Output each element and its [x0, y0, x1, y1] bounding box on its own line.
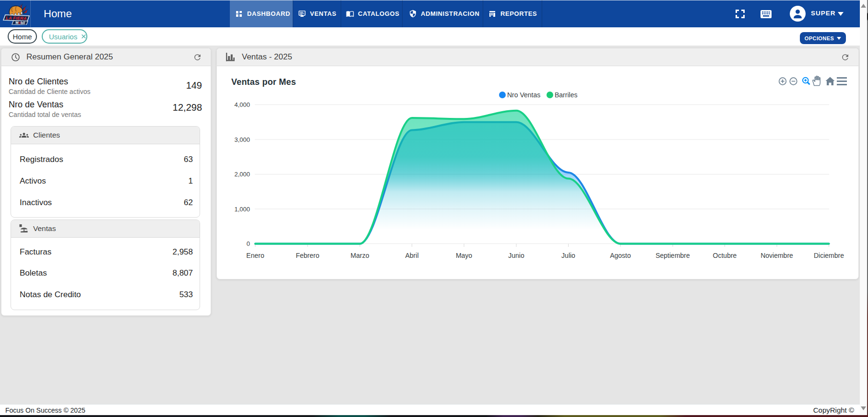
svg-text:4,000: 4,000 [234, 101, 250, 108]
svg-text:Ventas por Mes: Ventas por Mes [231, 77, 296, 87]
svg-text:3,000: 3,000 [234, 136, 250, 143]
svg-text:Agosto: Agosto [610, 252, 631, 259]
svg-text:Diciembre: Diciembre [814, 252, 844, 259]
svg-text:Noviembre: Noviembre [761, 252, 793, 259]
svg-text:Enero: Enero [246, 252, 264, 259]
svg-text:Barriles: Barriles [555, 91, 577, 99]
svg-text:0: 0 [247, 240, 250, 247]
svg-text:Octubre: Octubre [713, 252, 737, 259]
svg-text:Septiembre: Septiembre [655, 252, 690, 259]
svg-text:Nro Ventas: Nro Ventas [507, 91, 540, 99]
svg-text:Mayo: Mayo [456, 252, 472, 259]
svg-text:2,000: 2,000 [234, 171, 250, 178]
svg-text:Julio: Julio [561, 252, 575, 259]
svg-text:Abril: Abril [405, 252, 418, 259]
svg-text:Marzo: Marzo [351, 252, 369, 259]
svg-text:1,000: 1,000 [234, 206, 250, 213]
svg-text:Mobil: Mobil [15, 21, 25, 25]
svg-text:Febrero: Febrero [296, 252, 319, 259]
svg-text:Junio: Junio [508, 252, 524, 259]
